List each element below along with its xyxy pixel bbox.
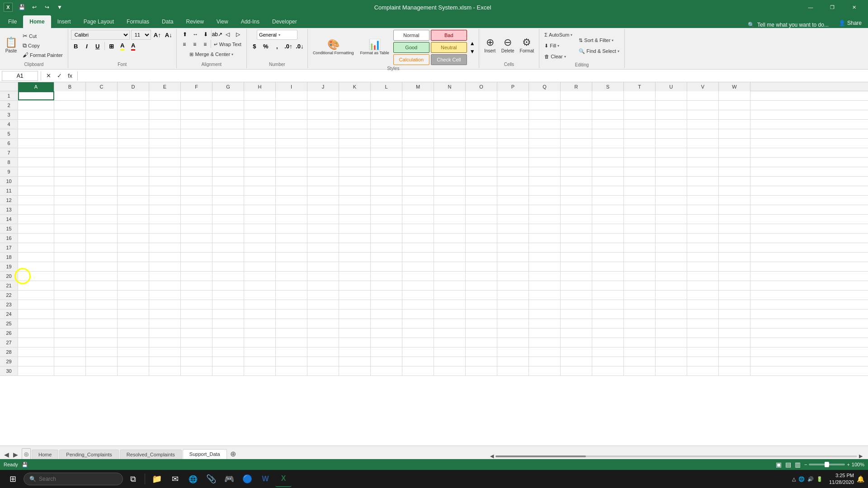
cell-P18[interactable] [497,253,529,262]
taskbar-app3[interactable]: 🔵 [239,471,255,487]
cell-O17[interactable] [466,243,497,252]
cell-C21[interactable] [86,281,118,290]
cell-K29[interactable] [339,357,371,366]
scroll-tabs-right[interactable]: ▶ [11,450,20,459]
cell-R8[interactable] [561,158,592,167]
restore-button[interactable]: ❐ [822,0,843,14]
cell-J20[interactable] [307,272,339,281]
cell-H28[interactable] [244,347,276,357]
row-header-11[interactable]: 11 [0,186,18,195]
cell-W30[interactable] [719,366,750,375]
cell-E1[interactable] [149,91,181,100]
col-header-G[interactable]: G [212,82,244,91]
cell-J2[interactable] [307,101,339,110]
col-header-I[interactable]: I [276,82,307,91]
row-header-15[interactable]: 15 [0,224,18,233]
cell-U14[interactable] [656,215,687,224]
cell-L2[interactable] [371,101,402,110]
cell-M7[interactable] [402,148,434,157]
cell-H5[interactable] [244,129,276,138]
cell-H2[interactable] [244,101,276,110]
taskbar-excel[interactable]: X [275,471,292,487]
task-view-button[interactable]: ⧉ [125,471,141,487]
autosum-button[interactable]: Σ AutoSum ▾ [542,30,575,40]
cell-O5[interactable] [466,129,497,138]
zoom-plus-button[interactable]: + [847,462,849,467]
cell-S14[interactable] [592,215,624,224]
cell-F14[interactable] [181,215,212,224]
cell-C17[interactable] [86,243,118,252]
cell-N6[interactable] [434,139,466,148]
cell-B25[interactable] [54,319,86,328]
cell-A11[interactable] [18,186,54,195]
cell-L5[interactable] [371,129,402,138]
cell-M1[interactable] [402,91,434,100]
cell-J5[interactable] [307,129,339,138]
cell-J24[interactable] [307,310,339,319]
cell-O23[interactable] [466,300,497,309]
increase-decimal-button[interactable]: .0↑ [283,41,293,51]
cell-A18[interactable] [18,253,54,262]
cell-P8[interactable] [497,158,529,167]
cell-E24[interactable] [149,310,181,319]
cell-F8[interactable] [181,158,212,167]
cell-G7[interactable] [212,148,244,157]
format-as-table-button[interactable]: 📊 Format as Table [358,34,391,61]
taskbar-app1[interactable]: 📎 [203,471,219,487]
col-header-S[interactable]: S [592,82,624,91]
cell-E26[interactable] [149,328,181,338]
cell-P29[interactable] [497,357,529,366]
cell-S3[interactable] [592,110,624,119]
cell-V21[interactable] [687,281,719,290]
cell-T28[interactable] [624,347,656,357]
cell-L16[interactable] [371,234,402,243]
cell-S15[interactable] [592,224,624,233]
cell-I3[interactable] [276,110,307,119]
cell-Q1[interactable] [529,91,561,100]
cell-C14[interactable] [86,215,118,224]
cell-G14[interactable] [212,215,244,224]
row-header-18[interactable]: 18 [0,253,18,262]
cell-U4[interactable] [656,120,687,129]
cell-K22[interactable] [339,291,371,300]
style-normal[interactable]: Normal [393,30,429,41]
cell-S11[interactable] [592,186,624,195]
cell-A8[interactable] [18,158,54,167]
wrap-text-button[interactable]: ↵ Wrap Text [212,40,244,49]
cell-Q26[interactable] [529,328,561,338]
cell-C12[interactable] [86,196,118,205]
cell-C4[interactable] [86,120,118,129]
cell-V17[interactable] [687,243,719,252]
cell-D16[interactable] [118,234,149,243]
cell-E15[interactable] [149,224,181,233]
cell-L26[interactable] [371,328,402,338]
cell-D10[interactable] [118,177,149,186]
cell-J6[interactable] [307,139,339,148]
cell-B3[interactable] [54,110,86,119]
cell-G16[interactable] [212,234,244,243]
cell-W26[interactable] [719,328,750,338]
cell-B15[interactable] [54,224,86,233]
add-sheet-button[interactable]: ⊕ [228,448,239,459]
cell-U11[interactable] [656,186,687,195]
tray-up-arrow[interactable]: △ [792,476,796,482]
tab-developer[interactable]: Developer [266,15,303,28]
currency-button[interactable]: $ [250,41,259,51]
cell-H30[interactable] [244,366,276,375]
cell-M23[interactable] [402,300,434,309]
cell-O4[interactable] [466,120,497,129]
cell-L9[interactable] [371,167,402,176]
nav-right-button[interactable]: ▶ [859,453,863,459]
cell-C7[interactable] [86,148,118,157]
cell-B13[interactable] [54,205,86,214]
cell-E18[interactable] [149,253,181,262]
cell-H8[interactable] [244,158,276,167]
cell-I17[interactable] [276,243,307,252]
cell-U10[interactable] [656,177,687,186]
cell-B8[interactable] [54,158,86,167]
cell-O22[interactable] [466,291,497,300]
cell-F24[interactable] [181,310,212,319]
minimize-button[interactable]: — [800,0,821,14]
cell-P25[interactable] [497,319,529,328]
cell-B17[interactable] [54,243,86,252]
